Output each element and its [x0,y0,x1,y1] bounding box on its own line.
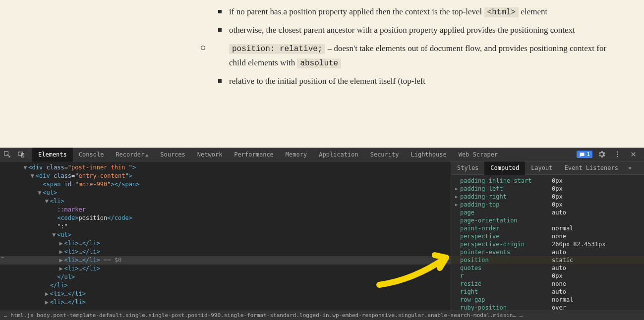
dom-node[interactable]: ▶<li>…</li> [0,290,451,298]
computed-property[interactable]: row-gapnormal [451,296,644,304]
dom-node[interactable]: ▶<li>…</li> [0,298,451,307]
dom-node[interactable]: ▼<ul> [0,231,451,239]
content-bullet: relative to the initial position of the … [218,74,614,89]
computed-property[interactable]: page-orientation [451,216,644,224]
property-value: normal [552,296,573,304]
sidebar-tab-layout[interactable]: Layout [525,161,558,175]
property-name: position [460,256,552,264]
sidebar-tab-styles[interactable]: Styles [451,161,484,175]
dom-node[interactable]: ▶<li>…</li> [0,248,451,256]
computed-property[interactable]: perspective-origin260px 82.4531px [451,240,644,248]
expand-arrow-icon[interactable]: ▶ [455,201,460,209]
divider [30,150,30,159]
expand-arrow-icon [455,304,460,311]
styles-sidebar: StylesComputedLayoutEvent Listeners » pa… [451,161,644,311]
property-name: padding-top [460,201,552,209]
issues-count: 1 [586,151,590,158]
devtools-tab-console[interactable]: Console [73,148,110,161]
property-name: row-gap [460,296,552,304]
expand-arrow-icon[interactable]: ▶ [455,193,460,201]
devtools-tab-memory[interactable]: Memory [280,148,313,161]
device-toggle-icon[interactable] [14,148,28,161]
devtools-tab-application[interactable]: Application [313,148,364,161]
computed-property[interactable]: pointer-eventsauto [451,248,644,256]
kebab-menu-icon[interactable] [610,148,624,161]
devtools-tab-elements[interactable]: Elements [32,148,73,161]
devtools-tab-recorder[interactable]: Recorder▲ [110,148,154,161]
property-value: auto [552,209,566,216]
breadcrumb[interactable]: … html.js body.post-template-default.sin… [0,311,644,320]
dom-node[interactable]: ▶<li>…</li> == $0 [0,256,451,265]
devtools-tab-performance[interactable]: Performance [228,148,279,161]
computed-property[interactable]: pageauto [451,209,644,216]
expand-arrow-icon [455,240,460,248]
computed-property[interactable]: rightauto [451,288,644,296]
devtools-tab-web-scraper[interactable]: Web Scraper [453,148,504,161]
computed-property[interactable]: positionstatic [451,256,644,264]
computed-property[interactable]: padding-inline-start0px [451,177,644,185]
property-name: perspective [460,232,552,240]
devtools-tab-sources[interactable]: Sources [154,148,191,161]
svg-point-5 [617,156,618,157]
computed-properties[interactable]: padding-inline-start0px▶padding-left0px▶… [451,175,644,311]
dom-node[interactable]: ::marker [0,206,451,214]
dom-node[interactable]: ▼<div class="entry-content"> [0,172,451,180]
property-name: pointer-events [460,248,552,256]
property-value: static [552,256,573,264]
dom-node[interactable]: </li> [0,281,451,290]
dom-node[interactable]: ▶<li>…</li> [0,239,451,248]
pin-icon: ▲ [145,152,148,158]
property-value: 0px [552,185,563,193]
dom-node[interactable]: <code>position</code> [0,214,451,222]
computed-property[interactable]: ▶padding-left0px [451,185,644,193]
content-bullet: position: relative; – doesn't take eleme… [218,42,614,70]
property-value: auto [552,248,566,256]
dom-node[interactable]: </ul> [0,273,451,281]
inline-code: position: relative; [229,44,325,54]
issues-badge[interactable]: 1 [577,151,592,158]
dom-node[interactable]: ▼<ul> [0,189,451,197]
property-name: right [460,288,552,296]
expand-arrow-icon[interactable]: ▶ [455,185,460,193]
computed-property[interactable]: quotesauto [451,264,644,272]
gear-icon[interactable] [594,148,608,161]
property-value: 0px [552,272,563,280]
dom-tree[interactable]: ⋯ ▼<div class="post-inner thin "> ▼<div … [0,161,451,311]
property-name: paint-order [460,224,552,232]
computed-property[interactable]: resizenone [451,280,644,288]
inline-code: absolute [297,58,341,68]
devtools-tab-network[interactable]: Network [191,148,229,161]
gutter-ellipsis: ⋯ [1,255,4,260]
computed-property[interactable]: ▶padding-top0px [451,201,644,209]
inspect-element-icon[interactable] [0,148,14,161]
more-tabs-icon[interactable]: » [624,164,636,171]
dom-node[interactable]: <span id="more-990"></span> [0,180,451,189]
sidebar-tab-event-listeners[interactable]: Event Listeners [559,161,624,175]
dom-node[interactable]: ▼<li> [0,197,451,206]
computed-property[interactable]: r0px [451,272,644,280]
property-name: r [460,272,552,280]
dom-node[interactable]: ▼<div class="post-inner thin "> [0,163,451,172]
computed-property[interactable]: perspectivenone [451,232,644,240]
property-name: page-orientation [460,216,552,224]
expand-arrow-icon [455,177,460,185]
property-name: padding-left [460,185,552,193]
property-value: auto [552,288,566,296]
property-name: ruby-position [460,304,552,311]
expand-arrow-icon [455,209,460,216]
computed-property[interactable]: ruby-positionover [451,304,644,311]
expand-arrow-icon [455,216,460,224]
property-value: auto [552,264,566,272]
computed-property[interactable]: ▶padding-right0px [451,193,644,201]
expand-arrow-icon [455,280,460,288]
devtools-tab-security[interactable]: Security [364,148,405,161]
expand-arrow-icon [455,248,460,256]
close-icon[interactable] [626,148,640,161]
dom-node[interactable]: ":" [0,222,451,231]
dom-node[interactable]: ▶<li>…</li> [0,265,451,273]
devtools-tab-lighthouse[interactable]: Lighthouse [405,148,452,161]
content-list: if no parent has a position property app… [218,5,614,89]
property-name: perspective-origin [460,240,552,248]
sidebar-tab-computed[interactable]: Computed [484,161,525,175]
computed-property[interactable]: paint-ordernormal [451,224,644,232]
